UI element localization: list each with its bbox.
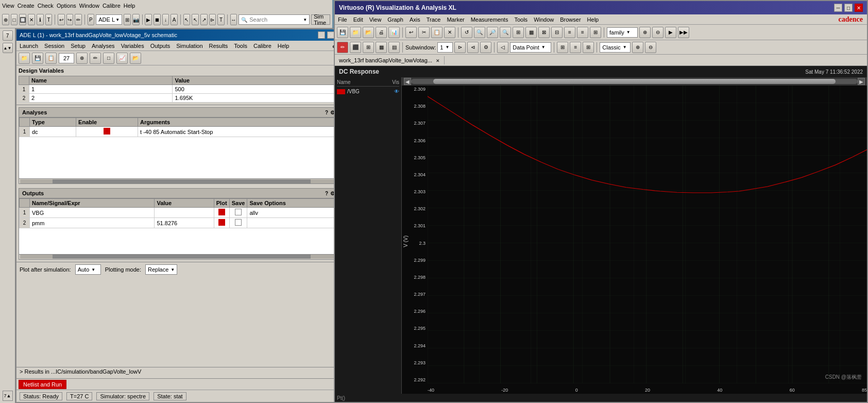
- virt-tb2-btn5[interactable]: ▤: [388, 42, 400, 53]
- scroll-left-btn[interactable]: ◀: [404, 78, 411, 85]
- virt-tb-btn16[interactable]: ⊠: [538, 27, 550, 38]
- virt-tb2-btn12[interactable]: ⊞: [583, 42, 594, 53]
- outputs-scrollbar[interactable]: [19, 254, 344, 259]
- tb-icon-cursor5[interactable]: T: [217, 14, 225, 25]
- search-input[interactable]: [249, 16, 301, 23]
- tb-icon-5[interactable]: ℹ: [37, 14, 44, 25]
- ade-tb-stop[interactable]: □: [103, 53, 114, 64]
- ade-maximize-btn[interactable]: □: [327, 31, 334, 39]
- menu-options[interactable]: Options: [57, 3, 76, 9]
- left-panel-btn2[interactable]: ▲▼: [3, 43, 13, 53]
- ade-tb-folder[interactable]: 📂: [130, 53, 141, 64]
- virt-tb2-btn1[interactable]: ✏: [337, 42, 348, 53]
- menu-check[interactable]: Check: [38, 3, 54, 9]
- subwindow-arrow[interactable]: ▼: [445, 45, 449, 49]
- tb-icon-6[interactable]: T: [45, 14, 53, 25]
- legend-vis-icon[interactable]: 👁: [394, 89, 399, 94]
- virt-tb-btn20[interactable]: ⊞: [590, 27, 601, 38]
- virt-tb2-btn14[interactable]: ⊖: [645, 42, 656, 53]
- virt-tab-close[interactable]: ✕: [436, 58, 440, 63]
- ade-tb-wave[interactable]: 📈: [116, 53, 128, 64]
- out-row2-plot-checkbox[interactable]: [218, 219, 225, 226]
- virt-tb-btn9[interactable]: ✕: [444, 27, 455, 38]
- analyses-scrollbar-thumb[interactable]: [53, 179, 311, 183]
- tb-icon-1[interactable]: ⊕: [2, 14, 9, 25]
- menu-variables[interactable]: Variables: [118, 42, 147, 50]
- out-row1-save[interactable]: [229, 208, 247, 218]
- menu-calibre2[interactable]: Calibre: [250, 42, 275, 50]
- tb-icon-12[interactable]: 📷: [132, 14, 140, 25]
- virt-tb-print[interactable]: 🖨: [376, 27, 387, 38]
- menu-session[interactable]: Session: [41, 42, 67, 50]
- dv-row2-name[interactable]: 2: [29, 94, 173, 103]
- virt-tb2-btn3[interactable]: ⊞: [363, 42, 374, 53]
- tb-icon-cursor3[interactable]: ↗: [200, 14, 208, 25]
- an-row1-enable[interactable]: [76, 127, 138, 137]
- analyses-scrollbar-track[interactable]: [20, 179, 343, 183]
- tb-icon-click[interactable]: ↔: [230, 14, 237, 25]
- menu-create[interactable]: Create: [18, 3, 35, 9]
- ade-tb-netlist[interactable]: ⊕: [76, 53, 88, 64]
- virt-tb-btn24[interactable]: ▶▶: [678, 27, 689, 38]
- out-row2-plot[interactable]: [214, 218, 229, 228]
- classic-dropdown-arrow[interactable]: ▼: [623, 45, 627, 49]
- virt-tb-btn11[interactable]: 🔍: [474, 27, 485, 38]
- tb-icon-8[interactable]: ↪: [66, 14, 74, 25]
- out-row2-name[interactable]: pmm: [30, 218, 155, 228]
- tb-icon-text[interactable]: A: [171, 14, 178, 25]
- virt-menu-view[interactable]: View: [366, 15, 385, 24]
- virt-menu-trace[interactable]: Trace: [423, 15, 444, 24]
- tb-icon-play[interactable]: ▶: [145, 14, 152, 25]
- tb-icon-stop[interactable]: ⏹: [154, 14, 161, 25]
- out-row2-save[interactable]: [229, 218, 247, 228]
- ade-tb-run[interactable]: ✏: [90, 53, 101, 64]
- virt-tb-btn2[interactable]: 📁: [350, 27, 361, 38]
- outputs-help-icon[interactable]: ?: [325, 191, 328, 196]
- virt-tb2-btn9[interactable]: ◁: [497, 42, 508, 53]
- subwindow-dropdown[interactable]: 1 ▼: [437, 42, 453, 53]
- out-row1-plot[interactable]: [214, 208, 229, 218]
- ade-minimize-btn[interactable]: _: [318, 31, 325, 39]
- analyses-help-icon[interactable]: ?: [325, 110, 328, 115]
- menu-help[interactable]: Help: [124, 3, 135, 9]
- menu-help2[interactable]: Help: [275, 42, 293, 50]
- an-row1-checkbox[interactable]: [104, 128, 110, 135]
- virt-tb2-btn2[interactable]: ⬛: [350, 42, 361, 53]
- left-panel-btn1[interactable]: 7: [3, 30, 13, 41]
- scroll-right-btn[interactable]: ▶: [858, 78, 865, 85]
- virt-menu-graph[interactable]: Graph: [384, 15, 406, 24]
- virt-tb-btn7[interactable]: ✂: [418, 27, 430, 38]
- plotting-mode-dropdown[interactable]: Replace ▼: [145, 264, 177, 275]
- virt-tb-btn5[interactable]: 📊: [388, 27, 400, 38]
- virt-tb-open[interactable]: 📂: [363, 27, 374, 38]
- ade-dropdown[interactable]: ADE L ▼: [96, 14, 122, 25]
- virt-menu-marker[interactable]: Marker: [444, 15, 467, 24]
- out-row1-save-checkbox[interactable]: [235, 209, 242, 215]
- virt-menu-measurements[interactable]: Measurements: [468, 15, 512, 24]
- menu-outputs[interactable]: Outputs: [147, 42, 174, 50]
- virt-maximize-btn[interactable]: □: [844, 4, 853, 12]
- left-bottom-btn[interactable]: 7▲: [3, 391, 13, 401]
- virt-tb-btn22[interactable]: ⊖: [652, 27, 663, 38]
- virt-tab-main[interactable]: work_13rf bandGapVolte_lowVotag... ✕: [335, 56, 445, 64]
- virt-tb2-btn4[interactable]: ▦: [376, 42, 387, 53]
- menu-setup[interactable]: Setup: [67, 42, 89, 50]
- menu-simulation[interactable]: Simulation: [173, 42, 206, 50]
- virt-tb-save[interactable]: 💾: [337, 27, 348, 38]
- scrollbar-track[interactable]: [411, 79, 858, 84]
- virt-minimize-btn[interactable]: ─: [834, 4, 842, 12]
- outputs-scrollbar-track[interactable]: [20, 255, 343, 259]
- tb-icon-3[interactable]: 🔲: [19, 14, 26, 25]
- search-dropdown-arrow[interactable]: ▼: [303, 18, 307, 22]
- scrollbar-thumb[interactable]: [433, 79, 835, 84]
- tb-icon-9[interactable]: ✏: [75, 14, 82, 25]
- virt-menu-browser[interactable]: Browser: [557, 15, 584, 24]
- virt-tb2-btn8[interactable]: ⚙: [480, 42, 491, 53]
- dv-row2-value[interactable]: 1.695K: [173, 94, 334, 103]
- tb-icon-4[interactable]: ✕: [28, 14, 35, 25]
- virt-tb-btn14[interactable]: ⊞: [513, 27, 524, 38]
- ade-counter[interactable]: 27: [59, 53, 74, 63]
- data-point-arrow[interactable]: ▼: [541, 45, 546, 49]
- ade-tb-save[interactable]: 💾: [32, 53, 43, 64]
- analyses-scrollbar[interactable]: [19, 178, 344, 183]
